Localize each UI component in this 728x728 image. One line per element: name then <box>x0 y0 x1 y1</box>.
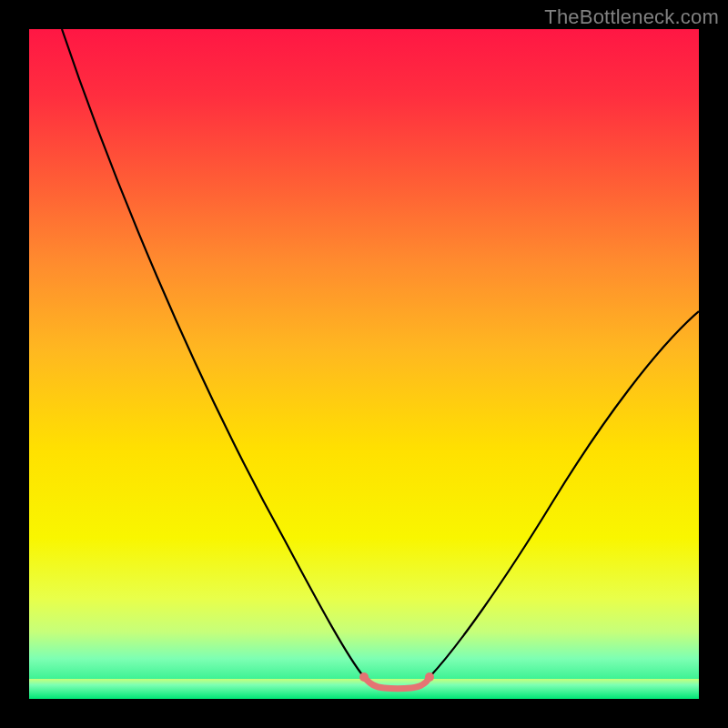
optimal-dot-left <box>359 672 369 682</box>
plot-area <box>29 29 699 699</box>
chart-frame: TheBottleneck.com <box>0 0 728 728</box>
optimal-region-marker <box>364 677 430 689</box>
bottleneck-curve-right <box>430 311 699 677</box>
watermark-text: TheBottleneck.com <box>544 5 719 29</box>
curve-layer <box>29 29 699 699</box>
optimal-dot-right <box>425 672 434 682</box>
bottleneck-curve-left <box>62 29 364 677</box>
